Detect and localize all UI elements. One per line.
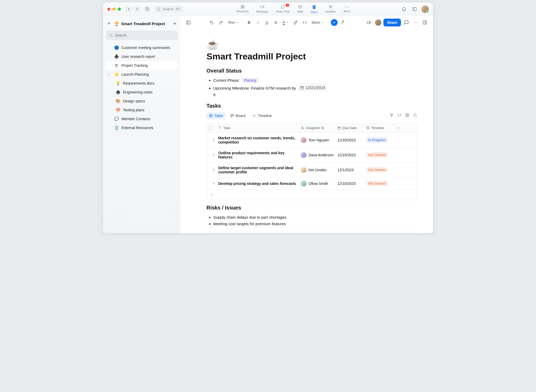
redo-button[interactable]	[217, 19, 225, 26]
status-cell[interactable]: Not Started	[366, 152, 395, 158]
table-row[interactable]: 4Develop pricing strategy and sales fore…	[207, 178, 417, 190]
due-date-cell[interactable]: 12/10/2023	[337, 181, 366, 186]
comments-button[interactable]	[403, 19, 410, 26]
item-label: Launch Planning	[121, 72, 149, 76]
sidebar-add-button[interactable]: +	[173, 21, 176, 26]
svg-rect-21	[338, 127, 340, 129]
toggle-right-panel[interactable]	[421, 19, 429, 26]
col-timeline[interactable]: Timeline	[366, 126, 395, 130]
status-cell[interactable]: Not Started	[366, 181, 395, 186]
task-cell[interactable]: Develop pricing strategy and sales forec…	[218, 181, 301, 186]
italic-button[interactable]: I	[254, 19, 262, 26]
sidebar-item[interactable]: ☕Project Tracking	[106, 61, 178, 70]
search-tasks-button[interactable]	[413, 113, 417, 118]
minimize-window[interactable]	[113, 8, 116, 11]
share-button[interactable]: Share	[383, 19, 401, 26]
view-tab-board[interactable]: Board	[228, 112, 248, 119]
table-row[interactable]: 1Market research on customer needs, tren…	[207, 133, 417, 148]
sidebar-item[interactable]: ▸⭐Launch Planning	[106, 70, 178, 79]
table-row[interactable]: 3Define target customer segments and ide…	[207, 163, 417, 178]
assignee-cell[interactable]: Dave Anderson	[301, 152, 337, 158]
completed-items-section[interactable]: 📦 Completed Items	[206, 232, 417, 233]
select-all-checkbox[interactable]	[209, 126, 213, 130]
item-icon: 💬	[114, 117, 119, 121]
sidebar-item[interactable]: 🍄Testing plans	[106, 106, 178, 114]
code-button[interactable]	[301, 19, 309, 26]
nav-more[interactable]: ⋯ More	[344, 5, 350, 14]
underline-button[interactable]: U	[263, 19, 271, 26]
due-date-cell[interactable]: 12/1/2023	[337, 168, 366, 172]
sidebar-back-button[interactable]	[107, 21, 112, 26]
item-label: Requirements docs	[123, 81, 155, 85]
due-date-cell[interactable]: 12/15/2023	[337, 153, 366, 157]
nav-mail[interactable]: Mail	[298, 5, 303, 14]
format-paint-button[interactable]	[339, 19, 347, 26]
undo-button[interactable]	[208, 19, 215, 26]
phase-tag[interactable]: Planing	[242, 78, 258, 83]
sidebar-item[interactable]: 🎨Design specs	[106, 97, 178, 106]
milestone-date-chip[interactable]: 12/21/2023	[298, 84, 327, 92]
more-icon: ⋯	[345, 5, 349, 9]
assignee-cell[interactable]: Olivia Smith	[301, 181, 337, 186]
sort-button[interactable]	[397, 113, 401, 118]
collaborator-avatar[interactable]	[375, 19, 382, 26]
nav-meetings[interactable]: Meetings	[256, 5, 268, 14]
assignee-cell[interactable]: Tom Nguyen	[301, 137, 337, 143]
nav-workvivo[interactable]: ⌘ Workvivo	[237, 5, 249, 14]
status-cell[interactable]: Not Started	[366, 167, 395, 173]
col-due[interactable]: Due Date	[337, 126, 366, 130]
document-body[interactable]: ☕ Smart Treadmill Project Overall Status…	[180, 29, 433, 233]
toggle-left-panel[interactable]	[185, 19, 192, 26]
strikethrough-button[interactable]: S	[272, 19, 280, 26]
link-button[interactable]	[292, 19, 299, 26]
sidebar-item[interactable]: 🗑️External Resources	[106, 123, 178, 132]
overall-status-heading: Overall Status	[206, 68, 417, 74]
sidebar-item[interactable]: 💡Requirements docs	[106, 79, 178, 88]
nav-forward-button[interactable]	[133, 6, 141, 12]
task-cell[interactable]: Market research on customer needs, trend…	[218, 136, 301, 144]
user-avatar[interactable]	[421, 5, 429, 13]
add-column-button[interactable]: +	[395, 126, 401, 130]
filter-button[interactable]	[389, 113, 394, 118]
nav-huddles[interactable]: Huddles	[325, 5, 336, 14]
global-search[interactable]: Search ⌘F	[154, 6, 183, 13]
status-cell[interactable]: In Progress	[366, 137, 395, 143]
item-label: Project Tracking	[121, 63, 148, 68]
docs-icon	[312, 5, 316, 10]
sidebar-item[interactable]: ♠️Engineering notes	[106, 88, 178, 97]
assignee-cell[interactable]: Kei Umeko	[301, 167, 337, 173]
col-assigned[interactable]: Assigned To	[301, 126, 337, 130]
nav-team-chat[interactable]: 1 Team Chat	[276, 5, 290, 14]
sidebar-search[interactable]	[106, 31, 178, 40]
sidebar-item[interactable]: ♣️User research report	[106, 52, 178, 61]
sidebar-toggle-button[interactable]	[411, 5, 418, 13]
assignee-avatar	[301, 152, 306, 158]
table-row[interactable]: 2Outline product requirements and key fe…	[207, 148, 417, 163]
document-title[interactable]: Smart Treadmill Project	[206, 51, 417, 62]
notifications-button[interactable]	[400, 5, 408, 13]
nav-docs[interactable]: Docs	[311, 5, 317, 14]
more-formatting-dropdown[interactable]: More	[310, 19, 325, 26]
sidebar-search-input[interactable]	[115, 33, 175, 37]
start-video-button[interactable]	[365, 19, 373, 26]
add-row-button[interactable]: +	[207, 190, 417, 200]
close-window[interactable]	[107, 8, 110, 11]
sidebar-item[interactable]: 🔵Customer meeting summaries	[106, 43, 178, 52]
view-tab-table[interactable]: Table	[206, 112, 226, 119]
maximize-window[interactable]	[118, 8, 121, 11]
history-button[interactable]	[144, 6, 151, 13]
col-task[interactable]: Task	[218, 126, 301, 130]
due-date-cell[interactable]: 11/20/2023	[337, 138, 366, 142]
doc-more-button[interactable]: ⋯	[412, 19, 419, 26]
expand-icon: ▸	[108, 73, 111, 76]
task-cell[interactable]: Outline product requirements and key fea…	[218, 151, 301, 159]
sidebar-item[interactable]: 💬Member Contacts	[106, 114, 178, 123]
insert-button[interactable]: +	[331, 19, 338, 26]
task-cell[interactable]: Define target customer segments and idea…	[218, 166, 301, 174]
nav-back-button[interactable]	[125, 6, 132, 12]
view-tab-timeline[interactable]: Timeline	[250, 112, 274, 119]
bold-button[interactable]: B	[245, 19, 253, 26]
text-color-dropdown[interactable]: A	[281, 19, 290, 26]
columns-button[interactable]	[405, 113, 409, 118]
text-style-dropdown[interactable]: Text	[226, 19, 240, 26]
